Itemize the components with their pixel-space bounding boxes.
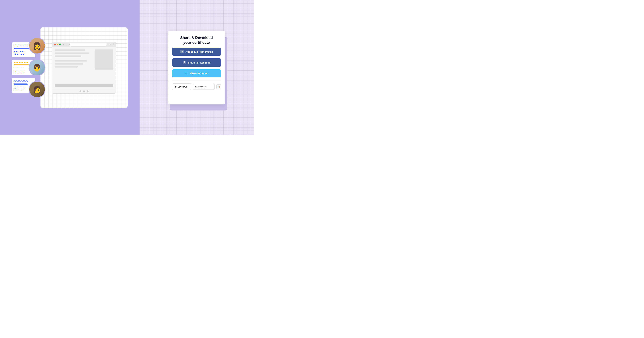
card-bar-dashed-3 — [14, 80, 28, 82]
person-face-1: 👩 — [29, 38, 45, 54]
bottom-actions: ⬆ Save PDF https://creds 📋 — [172, 84, 221, 90]
browser-bottom-bar — [55, 84, 113, 87]
content-line-1 — [55, 50, 85, 51]
card-icon-sig-1: ~ — [20, 51, 24, 55]
twitter-icon: 🐦 — [185, 72, 188, 75]
right-section: Share & Downloadyour certificate in Add … — [140, 0, 254, 135]
card-bar-solid-3 — [14, 84, 28, 85]
person-circle-1: 👩 — [29, 38, 46, 54]
persons-column: 👩 👨 👩 — [29, 38, 46, 98]
card-title: Share & Downloadyour certificate — [172, 36, 221, 45]
browser-minimize-dot — [57, 44, 58, 45]
browser-footer — [52, 89, 116, 94]
card-icon-grid-2: ⊞ — [14, 70, 18, 74]
content-line-2 — [55, 52, 89, 54]
url-text: https://creds — [195, 86, 206, 88]
browser-address-bar[interactable] — [70, 43, 107, 46]
browser-right-image — [95, 50, 113, 70]
footer-dot-3 — [87, 90, 88, 92]
content-line-3 — [55, 56, 82, 57]
browser-nav-refresh: ↺ — [66, 43, 67, 46]
linkedin-button[interactable]: in Add to LinkedIn Profile — [172, 48, 221, 56]
card-bar-solid-2 — [14, 64, 29, 65]
browser-maximize-dot — [59, 44, 61, 45]
browser-menu-icon: ⋮ — [112, 43, 114, 46]
save-pdf-button[interactable]: ⬆ Save PDF — [172, 84, 191, 90]
browser-mockup: ← ↺ ☆ ⋮ — [52, 42, 116, 94]
card-bar-dashed-2 — [14, 62, 29, 63]
linkedin-icon: in — [180, 50, 184, 53]
copy-icon: 📋 — [217, 86, 220, 88]
card-divider — [172, 80, 221, 80]
person-face-2: 👨 — [29, 60, 45, 75]
person-circle-2: 👨 — [29, 59, 46, 76]
card-icon-grid-3: ⊞ — [14, 87, 18, 90]
browser-body — [52, 47, 116, 84]
browser-nav-back: ← — [63, 44, 64, 46]
person-circle-3: 👩 — [29, 81, 46, 98]
facebook-button[interactable]: f Share to Facebook — [172, 58, 221, 67]
browser-left-content — [55, 50, 93, 82]
card-icon-sig-3: ~ — [20, 87, 24, 90]
card-bar-small-2 — [14, 67, 24, 68]
facebook-icon: f — [183, 61, 186, 64]
left-section: ⊞ ~ ⊞ ~ ⊞ ~ 👩 — [0, 0, 140, 135]
person-face-3: 👩 — [29, 82, 45, 97]
content-line-5 — [55, 63, 83, 64]
twitter-button[interactable]: 🐦 Share to Twitter — [172, 70, 221, 77]
browser-toolbar: ← ↺ ☆ ⋮ — [52, 42, 116, 47]
linkedin-button-label: Add to LinkedIn Profile — [186, 50, 213, 53]
card-bar-solid-1 — [14, 48, 30, 49]
browser-bookmark-icon: ☆ — [110, 43, 111, 46]
footer-dot-2 — [83, 90, 85, 92]
content-line-4 — [55, 60, 87, 62]
card-bar-dashed-1 — [14, 45, 30, 46]
main-content-area: 👩 👨 👩 ← ↺ ☆ ⋮ — [40, 27, 128, 108]
save-pdf-icon: ⬆ — [174, 85, 176, 88]
card-icon-grid-1: ⊞ — [14, 51, 18, 55]
save-pdf-label: Save PDF — [178, 86, 188, 88]
twitter-button-label: Share to Twitter — [190, 72, 208, 75]
footer-dot-1 — [80, 90, 81, 92]
content-line-6 — [55, 66, 78, 68]
url-display: https://creds — [193, 84, 215, 90]
browser-close-dot — [54, 44, 56, 45]
copy-button[interactable]: 📋 — [216, 84, 221, 89]
facebook-button-label: Share to Facebook — [188, 61, 210, 64]
card-icon-sig-2: ~ — [20, 70, 24, 74]
certificate-card: Share & Downloadyour certificate in Add … — [168, 31, 225, 104]
